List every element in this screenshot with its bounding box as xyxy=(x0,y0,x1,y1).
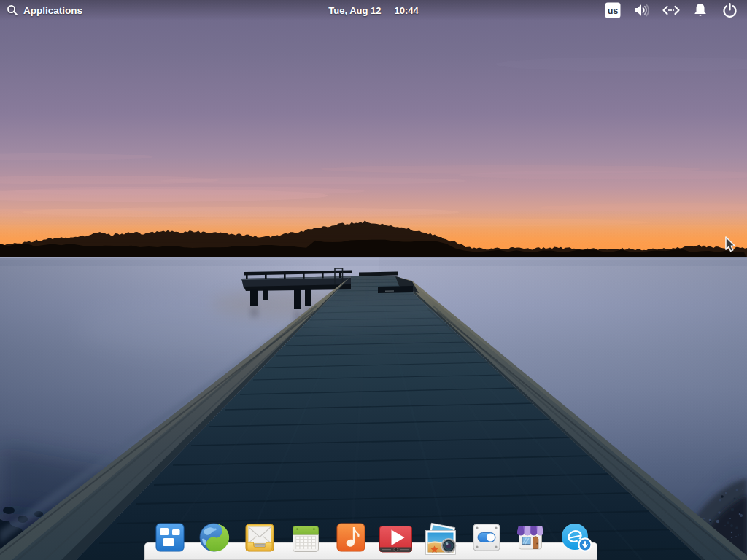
svg-text:us: us xyxy=(608,6,619,16)
